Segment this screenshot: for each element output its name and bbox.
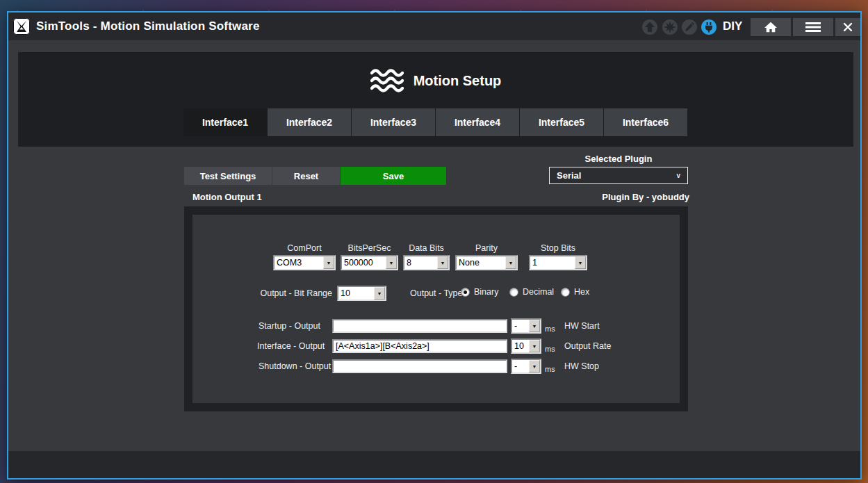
- interface-output-input[interactable]: [332, 339, 507, 353]
- parity-label: Parity: [455, 243, 518, 253]
- tab-interface4[interactable]: Interface4: [436, 108, 519, 136]
- tab-interface1[interactable]: Interface1: [183, 108, 267, 136]
- radio-hex[interactable]: Hex: [561, 287, 589, 297]
- startup-output-label: Startup - Output: [259, 321, 320, 331]
- comport-dropdown[interactable]: COM3▼: [273, 255, 336, 270]
- radio-button-icon: [461, 288, 470, 297]
- motion-output-title: Motion Output 1: [193, 192, 262, 202]
- dropdown-arrow-icon: ▼: [529, 320, 540, 332]
- motion-output-inner: ComPort BitsPerSec Data Bits Parity Stop…: [193, 215, 680, 403]
- selected-plugin-value: Serial: [557, 170, 581, 181]
- footer-bar: [8, 451, 860, 478]
- burst-icon[interactable]: [662, 19, 678, 35]
- plugin-credit: Plugin By - yobuddy: [549, 192, 689, 202]
- interface-tabs: Interface1 Interface2 Interface3 Interfa…: [183, 108, 687, 136]
- chevron-down-icon: v: [676, 172, 680, 179]
- ms-unit-label: ms: [545, 365, 555, 373]
- test-settings-button[interactable]: Test Settings: [184, 167, 272, 185]
- dropdown-arrow-icon: ▼: [386, 256, 397, 269]
- parity-dropdown[interactable]: None▼: [455, 255, 518, 270]
- output-type-label: Output - Type: [410, 288, 463, 298]
- hamburger-icon: [805, 22, 821, 33]
- update-arrow-icon[interactable]: [641, 19, 658, 35]
- databits-label: Data Bits: [403, 243, 450, 253]
- app-title: SimTools - Motion Simulation Software: [36, 13, 260, 40]
- tab-interface5[interactable]: Interface5: [520, 108, 603, 136]
- stopbits-dropdown[interactable]: 1▼: [529, 255, 587, 270]
- waves-icon: [370, 67, 404, 94]
- close-icon: [843, 22, 853, 32]
- bitspersec-label: BitsPerSec: [341, 243, 398, 253]
- databits-dropdown[interactable]: 8▼: [403, 255, 450, 270]
- reset-button[interactable]: Reset: [272, 167, 340, 185]
- motion-setup-panel: Motion Setup Interface1 Interface2 Inter…: [18, 52, 853, 147]
- radio-decimal[interactable]: Decimal: [509, 287, 554, 297]
- shutdown-delay-dropdown[interactable]: -▼: [511, 359, 541, 374]
- bit-range-dropdown[interactable]: 10▼: [337, 286, 386, 301]
- comport-label: ComPort: [273, 243, 336, 253]
- startup-output-input[interactable]: [332, 319, 507, 333]
- dropdown-arrow-icon: ▼: [323, 256, 334, 269]
- title-bar: SimTools - Motion Simulation Software DI…: [8, 13, 860, 40]
- radio-binary[interactable]: Binary: [461, 287, 498, 297]
- diy-mode-label: DIY: [723, 13, 742, 40]
- tab-interface2[interactable]: Interface2: [268, 108, 351, 136]
- output-rate-dropdown[interactable]: 10▼: [511, 338, 541, 354]
- bitspersec-dropdown[interactable]: 500000▼: [341, 255, 398, 270]
- radio-button-icon: [509, 288, 518, 297]
- pencil-icon[interactable]: [681, 19, 698, 35]
- dropdown-arrow-icon: ▼: [437, 256, 448, 269]
- plug-power-icon[interactable]: [701, 19, 717, 35]
- home-icon: [764, 21, 778, 33]
- stopbits-label: Stop Bits: [529, 243, 587, 253]
- selected-plugin-label: Selected Plugin: [549, 154, 688, 164]
- bit-range-label: Output - Bit Range: [248, 288, 332, 298]
- radio-button-icon: [561, 288, 570, 297]
- shutdown-output-input[interactable]: [332, 359, 507, 373]
- dropdown-arrow-icon: ▼: [529, 360, 540, 373]
- close-button[interactable]: [835, 18, 860, 36]
- home-button[interactable]: [751, 18, 791, 36]
- shutdown-output-label: Shutdown - Output: [259, 361, 331, 371]
- ms-unit-label: ms: [545, 325, 555, 333]
- save-button[interactable]: Save: [341, 167, 446, 185]
- dropdown-arrow-icon: ▼: [374, 287, 385, 300]
- selected-plugin-dropdown[interactable]: Serial v: [549, 167, 688, 184]
- hw-stop-label: HW Stop: [564, 361, 599, 371]
- menu-button[interactable]: [793, 18, 833, 36]
- app-window: SimTools - Motion Simulation Software DI…: [7, 11, 862, 480]
- tab-interface6[interactable]: Interface6: [604, 108, 687, 136]
- interface-output-label: Interface - Output: [257, 341, 325, 351]
- motion-output-panel: ComPort BitsPerSec Data Bits Parity Stop…: [184, 206, 688, 411]
- dropdown-arrow-icon: ▼: [575, 256, 586, 269]
- dropdown-arrow-icon: ▼: [505, 256, 516, 269]
- tab-interface3[interactable]: Interface3: [352, 108, 435, 136]
- dropdown-arrow-icon: ▼: [529, 340, 540, 352]
- hw-start-label: HW Start: [564, 321, 600, 331]
- simtools-logo-icon: [13, 18, 30, 35]
- startup-delay-dropdown[interactable]: -▼: [511, 318, 541, 334]
- page-title: Motion Setup: [413, 73, 502, 89]
- ms-unit-label: ms: [545, 345, 555, 353]
- output-rate-label: Output Rate: [564, 341, 611, 351]
